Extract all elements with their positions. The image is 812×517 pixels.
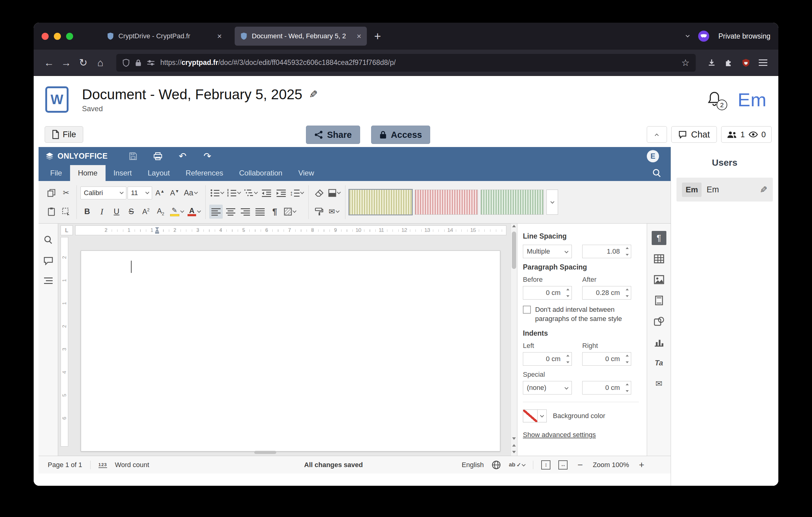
special-indent-amount-field[interactable]: 0 cm (582, 381, 631, 394)
forward-button[interactable]: → (58, 54, 75, 71)
globe-icon[interactable] (492, 460, 501, 469)
increase-font-size-icon[interactable]: A▲ (153, 186, 167, 200)
line-spacing-amount-field[interactable]: 1.08 (582, 245, 631, 258)
menu-hamburger-icon[interactable] (754, 54, 772, 71)
tab-close-icon[interactable]: × (357, 31, 361, 41)
new-tab-button[interactable]: + (374, 30, 381, 42)
left-indent-marker[interactable] (155, 232, 159, 234)
align-center-icon[interactable] (224, 205, 237, 219)
extensions-puzzle-icon[interactable] (720, 54, 737, 71)
spin-down-icon[interactable] (566, 361, 570, 363)
line-spacing-select[interactable]: Multiple (523, 245, 572, 258)
tab-close-icon[interactable]: × (217, 31, 222, 41)
swatch-dropdown-button[interactable] (538, 409, 547, 423)
clear-style-icon[interactable] (312, 186, 326, 200)
mail-merge-settings-icon[interactable]: ✉ (652, 377, 666, 391)
spin-down-icon[interactable] (626, 390, 629, 392)
spin-up-icon[interactable] (626, 247, 629, 249)
chart-settings-icon[interactable] (652, 335, 666, 349)
highlight-color-icon[interactable]: ✎ (169, 205, 185, 219)
access-button[interactable]: Access (371, 126, 431, 144)
redo-icon[interactable]: ↷ (202, 151, 213, 161)
show-advanced-settings-link[interactable]: Show advanced settings (523, 431, 596, 439)
paragraph-settings-icon[interactable]: ¶ (652, 231, 666, 245)
spacing-after-field[interactable]: 0.28 cm (582, 286, 631, 300)
horizontal-scrollbar-thumb[interactable] (254, 451, 276, 454)
user-list-item[interactable]: Em Em ✎ (676, 178, 773, 201)
share-button[interactable]: Share (306, 126, 360, 144)
copy-style-icon[interactable] (312, 205, 326, 219)
cut-icon[interactable]: ✂ (59, 186, 73, 200)
bold-icon[interactable]: B (81, 205, 94, 219)
menu-tab-collaboration[interactable]: Collaboration (231, 165, 290, 181)
navigation-icon[interactable] (44, 277, 53, 284)
line-spacing-icon[interactable] (289, 186, 305, 200)
select-all-icon[interactable] (59, 205, 73, 219)
indent-left-field[interactable]: 0 cm (523, 352, 572, 366)
style-preview-normal[interactable] (349, 190, 412, 215)
menu-tab-references[interactable]: References (178, 165, 231, 181)
menu-tab-home[interactable]: Home (70, 165, 106, 181)
edit-name-pencil-icon[interactable]: ✎ (760, 184, 767, 195)
comments-icon[interactable] (44, 257, 53, 265)
special-indent-select[interactable]: (none) (523, 381, 572, 394)
paragraph-shading-icon[interactable] (283, 205, 297, 219)
account-avatar[interactable]: Em (738, 89, 767, 111)
mail-merge-icon[interactable]: ✉ (327, 205, 341, 219)
tab-document[interactable]: Document - Wed, February 5, 2 × (235, 27, 367, 46)
shading-color-icon[interactable] (327, 186, 342, 200)
copy-icon[interactable] (45, 186, 58, 200)
bullet-list-icon[interactable] (209, 186, 225, 200)
subscript-icon[interactable]: A2 (154, 205, 167, 219)
spin-up-icon[interactable] (626, 383, 629, 385)
previous-page-icon[interactable] (512, 444, 516, 446)
font-color-icon[interactable]: A (186, 205, 202, 219)
tab-cryptdrive[interactable]: CryptDrive - CryptPad.fr × (101, 27, 227, 46)
spin-up-icon[interactable] (626, 355, 629, 356)
page-indicator[interactable]: Page 1 of 1 (48, 461, 82, 469)
spin-down-icon[interactable] (626, 361, 629, 363)
menu-tab-view[interactable]: View (290, 165, 322, 181)
rename-pencil-icon[interactable]: ✎ (309, 88, 318, 101)
superscript-icon[interactable]: A2 (139, 205, 153, 219)
vertical-scrollbar[interactable] (511, 224, 517, 456)
horizontal-scrollbar[interactable] (75, 450, 506, 455)
font-size-combo[interactable]: 11 (127, 187, 152, 199)
zoom-level[interactable]: Zoom 100% (592, 461, 629, 469)
underline-icon[interactable]: U (110, 205, 123, 219)
fit-to-width-icon[interactable]: ↔ (558, 460, 568, 469)
nonprinting-characters-icon[interactable]: ¶ (268, 205, 282, 219)
style-preview-heading[interactable] (481, 190, 544, 215)
scroll-up-icon[interactable] (512, 225, 516, 227)
header-footer-settings-icon[interactable] (652, 293, 666, 307)
spin-up-icon[interactable] (626, 289, 629, 290)
font-name-combo[interactable]: Calibri (81, 187, 126, 199)
justify-icon[interactable] (253, 205, 267, 219)
indent-right-field[interactable]: 0 cm (582, 352, 631, 366)
home-button[interactable]: ⌂ (92, 54, 109, 71)
style-preview-no-spacing[interactable] (415, 190, 478, 215)
spin-down-icon[interactable] (626, 254, 629, 256)
language-selector[interactable]: English (462, 461, 484, 469)
spin-up-icon[interactable] (566, 289, 570, 290)
scroll-down-icon[interactable] (512, 437, 516, 440)
image-settings-icon[interactable] (652, 273, 666, 287)
chat-button[interactable]: Chat (671, 126, 717, 143)
spell-check-toggle[interactable]: ab✓ (509, 462, 525, 468)
permissions-icon[interactable] (147, 60, 155, 66)
change-case-icon[interactable]: Aa (183, 186, 199, 200)
find-icon[interactable] (44, 235, 53, 244)
collapse-toolbar-button[interactable] (647, 126, 667, 143)
next-page-icon[interactable] (512, 451, 516, 453)
minimize-window-button[interactable] (54, 33, 61, 40)
zoom-out-button[interactable]: − (576, 460, 585, 470)
lock-icon[interactable] (135, 59, 141, 66)
numbered-list-icon[interactable] (226, 186, 242, 200)
align-right-icon[interactable] (239, 205, 252, 219)
spin-up-icon[interactable] (566, 355, 570, 356)
close-window-button[interactable] (41, 33, 49, 40)
italic-icon[interactable]: I (95, 205, 109, 219)
maximize-window-button[interactable] (66, 33, 73, 40)
reload-button[interactable]: ↻ (75, 54, 92, 71)
list-tabs-chevron-icon[interactable] (686, 33, 690, 37)
